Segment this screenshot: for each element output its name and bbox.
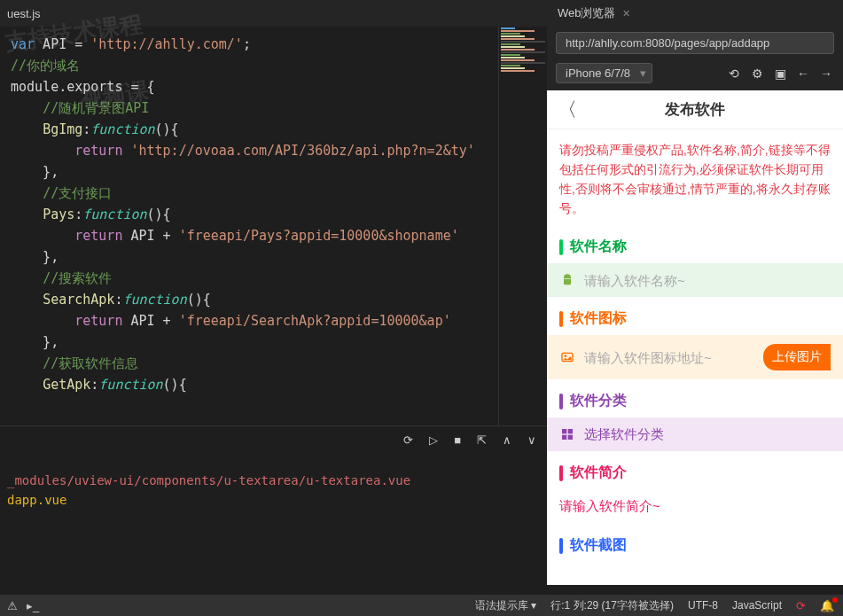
upload-image-button[interactable]: 上传图片: [763, 344, 831, 370]
terminal-pane: ⟳ ▷ ■ ⇱ ∧ ∨ _modules/uview-ui/components…: [0, 425, 547, 585]
svg-rect-4: [562, 435, 566, 440]
export-icon[interactable]: ⇱: [477, 433, 487, 447]
editor-pane: uest.js var API = 'http://ahlly.com/';//…: [0, 0, 547, 585]
back-icon[interactable]: ←: [795, 66, 811, 81]
screenshot-icon[interactable]: ▣: [772, 66, 788, 81]
device-select[interactable]: iPhone 6/7/8: [556, 63, 652, 83]
rotate-icon[interactable]: ⟲: [726, 66, 742, 81]
gear-icon[interactable]: ⚙: [749, 66, 765, 81]
notice-text: 请勿投稿严重侵权产品,软件名称,简介,链接等不得包括任何形式的引流行为,必须保证…: [547, 129, 843, 229]
section-title-screenshot: 软件截图: [570, 536, 627, 555]
address-bar[interactable]: http://ahlly.com:8080/pages/app/addapp: [556, 32, 834, 54]
section-title-category: 软件分类: [570, 392, 627, 410]
svg-rect-5: [568, 435, 573, 440]
phone-preview: 〈 发布软件 请勿投稿严重侵权产品,软件名称,简介,链接等不得包括任何形式的引流…: [547, 90, 843, 585]
forward-icon[interactable]: →: [818, 66, 834, 81]
minimap[interactable]: [498, 27, 547, 425]
page-title: 发布软件: [665, 99, 725, 120]
close-icon[interactable]: ×: [623, 6, 630, 20]
editor-tab[interactable]: uest.js: [7, 7, 41, 20]
warning-icon[interactable]: ⚠: [7, 599, 18, 612]
sync-icon[interactable]: ⟳: [403, 433, 413, 447]
code-editor[interactable]: var API = 'http://ahlly.com/';//你的域名modu…: [0, 27, 498, 425]
browser-pane: Web浏览器 × http://ahlly.com:8080/pages/app…: [547, 0, 843, 585]
section-title-icon: 软件图标: [570, 309, 627, 328]
browser-tab[interactable]: Web浏览器: [558, 5, 616, 21]
chevron-down-icon[interactable]: ∨: [527, 433, 536, 447]
language-button[interactable]: JavaScript: [732, 599, 782, 612]
sync-status-icon[interactable]: ⟳: [796, 599, 806, 612]
app-name-input[interactable]: [584, 273, 831, 288]
status-bar: ⚠ ▸_ 语法提示库 ▾ 行:1 列:29 (17字符被选择) UTF-8 Ja…: [0, 595, 843, 616]
chevron-up-icon[interactable]: ∧: [503, 433, 511, 447]
cursor-position[interactable]: 行:1 列:29 (17字符被选择): [550, 598, 674, 613]
app-intro-input[interactable]: 请输入软件简介~: [547, 489, 843, 524]
android-icon: [559, 272, 575, 288]
image-icon: [559, 349, 575, 365]
app-icon-input[interactable]: [584, 350, 763, 365]
encoding-button[interactable]: UTF-8: [688, 599, 718, 612]
terminal-output-line: dapp.vue: [7, 490, 540, 510]
grid-icon: [559, 426, 575, 442]
editor-tab-bar: uest.js: [0, 0, 547, 27]
back-arrow-icon[interactable]: 〈: [558, 97, 577, 123]
section-title-name: 软件名称: [570, 238, 627, 256]
svg-point-1: [565, 355, 567, 357]
section-title-intro: 软件简介: [570, 464, 627, 482]
terminal-output-line: _modules/uview-ui/components/u-textarea/…: [7, 471, 540, 490]
app-category-select[interactable]: [584, 427, 831, 442]
stop-icon[interactable]: ■: [454, 433, 461, 447]
terminal-icon[interactable]: ▸_: [27, 599, 39, 612]
svg-rect-3: [568, 429, 573, 433]
play-icon[interactable]: ▷: [429, 433, 438, 447]
svg-rect-2: [562, 429, 566, 433]
syntax-hint-button[interactable]: 语法提示库 ▾: [475, 598, 536, 613]
bell-icon[interactable]: 🔔: [820, 599, 834, 612]
